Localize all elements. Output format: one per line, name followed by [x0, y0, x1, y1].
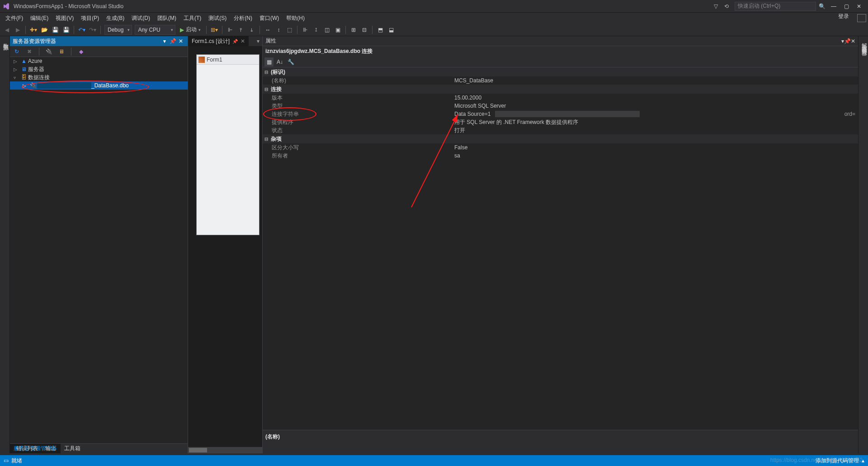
tree-node-servers[interactable]: ▷ 🖥 服务器 — [10, 65, 188, 73]
prop-row-name[interactable]: (名称) MCS_DataBase — [263, 76, 858, 85]
start-debug-button[interactable]: ▶ 启动 ▾ — [177, 26, 203, 33]
notifications-filter-icon[interactable]: ▽ — [710, 1, 721, 12]
feedback-icon[interactable]: ⟲ — [721, 1, 732, 12]
menu-view[interactable]: 视图(V) — [52, 13, 77, 24]
menu-test[interactable]: 测试(S) — [205, 13, 230, 24]
form-preview[interactable]: Form1 — [196, 54, 259, 235]
tree-node-azure[interactable]: ▷ ▲ Azure — [10, 57, 188, 65]
connect-db-icon[interactable]: 🔌 — [44, 47, 54, 57]
designer-hscrollbar[interactable] — [188, 447, 262, 453]
close-tab-icon[interactable]: ✕ — [241, 38, 245, 44]
expand-icon[interactable]: ▷ — [14, 59, 20, 64]
sign-in-link[interactable]: 登录 — [838, 13, 854, 24]
prop-category-misc[interactable]: ⊟杂项 — [263, 134, 858, 143]
center-btn-2[interactable]: ⊟ — [359, 25, 369, 35]
user-avatar-placeholder[interactable] — [857, 14, 866, 22]
prop-row-state[interactable]: 状态 打开 — [263, 126, 858, 134]
align-btn-5[interactable]: ↕ — [274, 25, 283, 35]
refresh-icon[interactable]: ↻ — [12, 47, 22, 57]
align-btn-4[interactable]: ↔ — [263, 25, 273, 35]
collapse-icon[interactable]: ⊟ — [264, 87, 271, 92]
collapse-icon[interactable]: ⊟ — [264, 70, 271, 75]
tree-node-database-selected[interactable]: ▷ 🔌 _DataBase.dbo — [10, 81, 188, 90]
panel-close-icon[interactable]: ✕ — [177, 38, 185, 44]
center-btn-1[interactable]: ⊞ — [349, 25, 359, 35]
menu-project[interactable]: 项目(P) — [77, 13, 103, 24]
undo-button[interactable]: ↶▾ — [77, 25, 87, 35]
tab-toolbox[interactable]: 工具箱 — [61, 444, 84, 453]
menu-window[interactable]: 窗口(W) — [256, 13, 283, 24]
spacing-btn-2[interactable]: ⫱ — [311, 25, 321, 35]
panel-dropdown-icon[interactable]: ▾ — [160, 38, 169, 44]
properties-title[interactable]: 属性 ▾ 📌 ✕ — [263, 36, 858, 46]
search-icon[interactable]: 🔍 — [819, 3, 826, 10]
scm-up-icon[interactable]: ▴ — [862, 457, 864, 464]
prop-row-owner[interactable]: 所有者 sa — [263, 152, 858, 160]
doc-tab-form1[interactable]: Form1.cs [设计] 📌 ✕ — [188, 36, 249, 46]
alphabetical-icon[interactable]: A↓ — [275, 57, 284, 67]
connect-server-icon[interactable]: 🖥 — [57, 47, 66, 57]
server-explorer-title[interactable]: 服务器资源管理器 ▾ 📌 ✕ — [10, 36, 188, 46]
stop-icon[interactable]: ✖ — [24, 47, 34, 57]
collapse-icon[interactable]: ▿ — [14, 75, 20, 80]
align-btn-3[interactable]: ⫰ — [247, 25, 257, 35]
prop-row-case[interactable]: 区分大小写 False — [263, 143, 858, 152]
prop-row-connection-string[interactable]: 连接字符串 Data Source=1 ord= — [263, 110, 858, 118]
menu-analyze[interactable]: 分析(N) — [230, 13, 256, 24]
open-file-button[interactable]: 📂 — [39, 25, 49, 35]
minimize-button[interactable]: — — [827, 1, 840, 12]
align-btn-6[interactable]: ⬚ — [284, 25, 294, 35]
scrollbar-thumb[interactable] — [189, 448, 207, 452]
expand-icon[interactable]: ▷ — [14, 67, 20, 72]
layout-btn-1[interactable]: ⊞▾ — [209, 25, 219, 35]
menu-build[interactable]: 生成(B) — [103, 13, 128, 24]
props-events-icon[interactable]: 🔧 — [286, 57, 295, 67]
menu-help[interactable]: 帮助(H) — [283, 13, 308, 24]
designer-surface[interactable]: Form1 — [188, 46, 262, 447]
platform-dropdown[interactable]: Any CPU — [135, 25, 175, 35]
align-btn-1[interactable]: ⊩ — [225, 25, 235, 35]
menu-edit[interactable]: 编辑(E) — [27, 13, 52, 24]
config-dropdown[interactable]: Debug — [104, 25, 132, 35]
expand-icon[interactable]: ▷ — [23, 83, 29, 88]
close-button[interactable]: ✕ — [853, 1, 865, 12]
pin-icon[interactable]: 📌 — [232, 39, 238, 44]
azure-icon[interactable]: ◆ — [76, 47, 86, 57]
nav-back-button[interactable]: ◀ — [2, 25, 12, 35]
save-all-button[interactable]: 💾 — [61, 25, 71, 35]
status-scm[interactable]: 添加到源代码管理 — [816, 457, 859, 465]
prop-category-identity[interactable]: ⊟(标识) — [263, 67, 858, 76]
prop-row-provider[interactable]: 提供程序 用于 SQL Server 的 .NET Framework 数据提供… — [263, 118, 858, 126]
maximize-button[interactable]: ▢ — [840, 1, 853, 12]
right-rail-solution-explorer[interactable]: 解决方案资源管理器 — [858, 36, 868, 453]
menu-team[interactable]: 团队(M) — [154, 13, 180, 24]
tab-error-list[interactable]: 错误列表 — [13, 443, 42, 453]
panel-pin-icon[interactable]: 📌 — [169, 38, 177, 44]
prop-category-connection[interactable]: ⊟连接 — [263, 85, 858, 94]
menu-debug[interactable]: 调试(D) — [128, 13, 154, 24]
spacing-btn-4[interactable]: ▣ — [333, 25, 343, 35]
doc-tab-label: Form1.cs [设计] — [192, 38, 230, 45]
tree-node-data-connections[interactable]: ▿ 🗄 数据连接 — [10, 73, 188, 81]
save-button[interactable]: 💾 — [50, 25, 60, 35]
panel-pin-icon[interactable]: 📌 — [844, 38, 851, 44]
new-project-button[interactable]: ✚▾ — [28, 25, 38, 35]
spacing-btn-3[interactable]: ◫ — [322, 25, 332, 35]
redo-button[interactable]: ↷▾ — [88, 25, 98, 35]
collapse-icon[interactable]: ⊟ — [264, 137, 271, 142]
tab-output[interactable]: 输出 — [42, 443, 60, 453]
menu-file[interactable]: 文件(F) — [2, 13, 27, 24]
order-btn-1[interactable]: ⬒ — [375, 25, 385, 35]
panel-close-icon[interactable]: ✕ — [851, 38, 855, 44]
categorized-icon[interactable]: ▦ — [264, 57, 274, 67]
nav-fwd-button[interactable]: ▶ — [13, 25, 23, 35]
prop-row-type[interactable]: 类型 Microsoft SQL Server — [263, 102, 858, 110]
menu-tools[interactable]: 工具(T) — [180, 13, 205, 24]
order-btn-2[interactable]: ⬓ — [386, 25, 396, 35]
prop-row-version[interactable]: 版本 15.00.2000 — [263, 94, 858, 102]
tabs-overflow-icon[interactable]: ▾ — [254, 38, 262, 44]
align-btn-2[interactable]: ⫯ — [236, 25, 246, 35]
quick-launch-input[interactable]: 快速启动 (Ctrl+Q) — [735, 2, 816, 11]
spacing-btn-1[interactable]: ⊪ — [300, 25, 310, 35]
left-rail-datasources[interactable]: 数据源 — [0, 36, 10, 453]
